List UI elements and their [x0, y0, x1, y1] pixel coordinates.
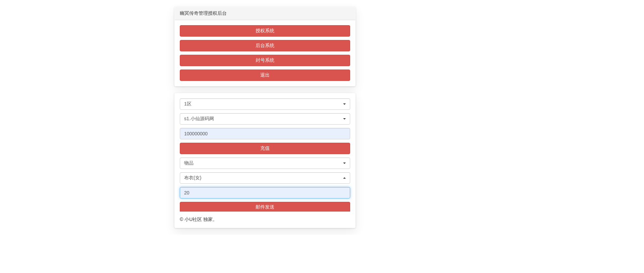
nav-panel-body: 授权系统 后台系统 封号系统 退出 [175, 20, 355, 86]
panel-title: 幽冥传奇管理授权后台 [175, 7, 355, 20]
zone-select-value: 1区 [184, 101, 192, 106]
server-select-value: s1.小仙源码网 [184, 116, 214, 121]
amount-input[interactable] [180, 128, 350, 139]
type-select[interactable]: 物品 [180, 157, 350, 169]
logout-button[interactable]: 退出 [180, 70, 350, 81]
caret-down-icon [343, 118, 346, 120]
form-panel-body: 1区 s1.小仙源码网 充值 物品 布衣(女) 邮件发送 [175, 93, 355, 217]
type-select-value: 物品 [184, 160, 194, 166]
recharge-button[interactable]: 充值 [180, 143, 350, 154]
caret-up-icon [343, 177, 346, 179]
server-select[interactable]: s1.小仙源码网 [180, 113, 350, 125]
count-input[interactable] [180, 187, 350, 198]
send-mail-button[interactable]: 邮件发送 [180, 202, 350, 212]
item-select-value: 布衣(女) [184, 175, 201, 180]
caret-down-icon [343, 103, 346, 105]
footer-text: © 小U社区 独家。 [175, 217, 355, 228]
nav-panel: 幽冥传奇管理授权后台 授权系统 后台系统 封号系统 退出 [174, 7, 356, 86]
auth-system-button[interactable]: 授权系统 [180, 25, 350, 37]
caret-down-icon [343, 163, 346, 164]
item-select[interactable]: 布衣(女) [180, 172, 350, 184]
admin-system-button[interactable]: 后台系统 [180, 40, 350, 51]
form-panel: 1区 s1.小仙源码网 充值 物品 布衣(女) 邮件发送 © 小U社区 独家。 [174, 93, 356, 228]
ban-system-button[interactable]: 封号系统 [180, 55, 350, 66]
zone-select[interactable]: 1区 [180, 98, 350, 110]
